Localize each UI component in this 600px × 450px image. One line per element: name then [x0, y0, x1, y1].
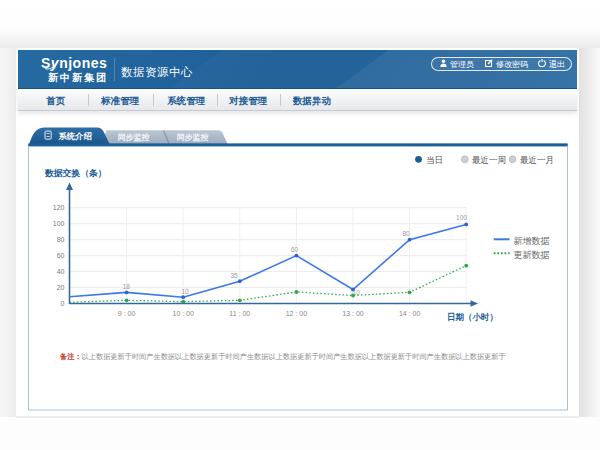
- svg-text:80: 80: [57, 236, 65, 243]
- svg-text:11 : 00: 11 : 00: [229, 310, 250, 317]
- svg-text:日期（小时）: 日期（小时）: [447, 312, 498, 322]
- svg-text:同步监控: 同步监控: [177, 133, 209, 142]
- svg-text:35: 35: [230, 272, 238, 279]
- svg-text:同步监控: 同步监控: [118, 133, 150, 142]
- svg-text:系统介绍: 系统介绍: [58, 131, 92, 141]
- svg-text:10 : 00: 10 : 00: [172, 310, 194, 317]
- svg-text:40: 40: [57, 268, 65, 275]
- svg-text:18: 18: [123, 283, 131, 290]
- svg-text:13 : 00: 13 : 00: [342, 310, 364, 317]
- svg-text:120: 120: [53, 204, 65, 211]
- svg-text:20: 20: [57, 284, 65, 291]
- svg-text:60: 60: [291, 246, 299, 253]
- svg-text:14 : 00: 14 : 00: [399, 310, 421, 317]
- svg-text:10: 10: [353, 289, 361, 296]
- svg-text:100: 100: [456, 214, 467, 221]
- svg-text:100: 100: [53, 220, 65, 227]
- svg-text:9 : 00: 9 : 00: [118, 310, 136, 317]
- svg-text:60: 60: [57, 252, 65, 259]
- svg-text:10: 10: [181, 288, 189, 295]
- svg-text:80: 80: [402, 230, 410, 237]
- svg-text:0: 0: [61, 300, 65, 307]
- svg-text:12 : 00: 12 : 00: [286, 310, 308, 317]
